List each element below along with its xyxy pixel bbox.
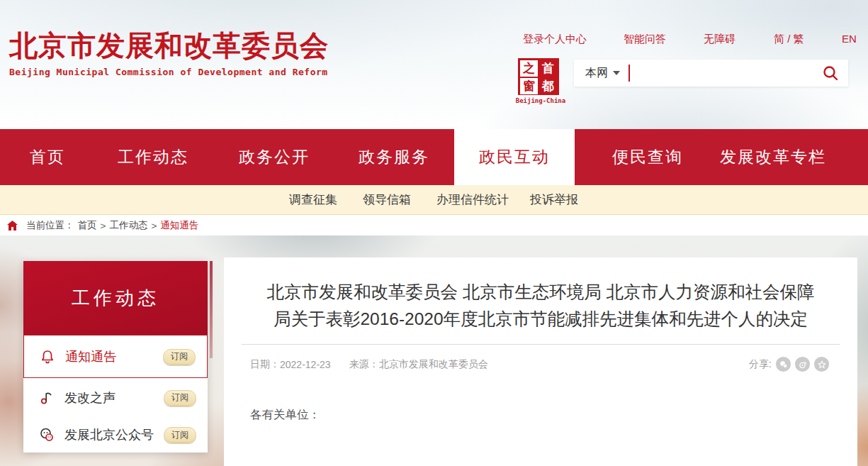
share-wechat-icon[interactable]: [776, 357, 791, 372]
login-personal-center-link[interactable]: 登录个人中心: [523, 33, 587, 46]
article-source: 北京市发展和改革委员会: [379, 358, 488, 371]
nav-item-gov-disclosure[interactable]: 政务公开: [239, 129, 310, 185]
seal-char: 之: [520, 60, 538, 77]
site-header: 北京市发展和改革委员会 Beijing Municipal Commission…: [0, 0, 868, 129]
subnav-item-complaints[interactable]: 投诉举报: [530, 185, 578, 215]
seal-char: 都: [539, 78, 557, 94]
breadcrumb-current-notices[interactable]: 通知通告: [160, 219, 198, 232]
share-weibo-icon[interactable]: [795, 357, 810, 372]
breadcrumb: 当前位置： 首页 > 工作动态 > 通知通告: [0, 216, 868, 235]
sidebar-item-label: 发改之声: [64, 389, 164, 406]
article-meta: 日期： 2022-12-23 来源： 北京市发展和改革委员会 分享:: [250, 357, 829, 372]
sidebar-item-label: 发展北京公众号: [64, 426, 164, 443]
bell-icon: [40, 349, 58, 365]
nav-item-development-reform-column[interactable]: 发展改革专栏: [720, 129, 826, 185]
site-logo[interactable]: 北京市发展和改革委员会 Beijing Municipal Commission…: [9, 28, 329, 77]
accessibility-link[interactable]: 无障碍: [704, 33, 735, 46]
nav-item-gov-services[interactable]: 政务服务: [359, 129, 429, 185]
share-star-icon[interactable]: [814, 357, 829, 372]
seal-char: 首: [539, 60, 557, 77]
nav-item-public-interaction-active[interactable]: 政民互动: [454, 129, 575, 185]
share-bar: 分享:: [749, 357, 829, 372]
nav-item-convenience-query[interactable]: 便民查询: [612, 129, 683, 185]
search-scope-select[interactable]: 本网: [585, 66, 620, 81]
wechat-icon: [39, 427, 57, 443]
subscribe-button[interactable]: 订阅: [164, 427, 196, 443]
search-bar: 本网: [574, 60, 848, 87]
smart-qa-link[interactable]: 智能问答: [624, 33, 666, 46]
breadcrumb-work-updates[interactable]: 工作动态: [109, 219, 147, 232]
main-nav: 首页 工作动态 政务公开 政务服务 政民互动 便民查询 发展改革专栏: [0, 129, 868, 185]
share-label: 分享:: [749, 358, 772, 371]
subscribe-button[interactable]: 订阅: [164, 390, 196, 406]
seal-caption: Beijing-China: [515, 97, 566, 104]
article-date: 2022-12-23: [280, 359, 331, 370]
site-title: 北京市发展和改革委员会: [9, 28, 329, 62]
title-divider: [242, 344, 840, 345]
simplified-traditional-toggle[interactable]: 简 / 繁: [774, 33, 804, 46]
background-accent: [210, 261, 213, 358]
article-body-opening: 各有关单位：: [250, 407, 831, 423]
sidebar-title: 工作动态: [23, 261, 208, 335]
search-icon[interactable]: [822, 65, 839, 82]
breadcrumb-label: 当前位置：: [26, 219, 74, 232]
site-subtitle-en: Beijing Municipal Commission of Developm…: [9, 67, 329, 77]
seal-grid-icon: 之 首 窗 都: [518, 58, 559, 95]
breadcrumb-home[interactable]: 首页: [78, 219, 97, 232]
nav-item-home[interactable]: 首页: [30, 129, 65, 185]
breadcrumb-separator: >: [151, 221, 157, 231]
sub-nav: 调查征集 领导信箱 办理信件统计 投诉举报: [0, 185, 868, 215]
page: 北京市发展和改革委员会 Beijing Municipal Commission…: [0, 0, 868, 466]
sidebar-list: 通知通告 订阅 发改之声 订阅: [23, 335, 208, 453]
sidebar-item-voice-of-ndrc[interactable]: 发改之声 订阅: [23, 378, 208, 417]
nav-item-work-updates[interactable]: 工作动态: [118, 129, 188, 185]
beijing-china-seal-logo[interactable]: 之 首 窗 都 Beijing-China: [515, 58, 566, 104]
seal-char: 窗: [520, 78, 538, 94]
date-label: 日期：: [250, 358, 280, 371]
search-input[interactable]: [630, 60, 822, 87]
sidebar-item-wechat-account[interactable]: 发展北京公众号 订阅: [23, 417, 208, 453]
subscribe-button[interactable]: 订阅: [163, 349, 196, 365]
chevron-down-icon: [613, 71, 620, 75]
subnav-item-surveys[interactable]: 调查征集: [289, 185, 337, 215]
sidebar-item-notices[interactable]: 通知通告 订阅: [23, 335, 208, 378]
breadcrumb-separator: >: [101, 221, 106, 231]
english-link[interactable]: EN: [842, 33, 857, 45]
music-note-icon: [39, 390, 57, 406]
home-icon[interactable]: [7, 221, 18, 231]
article-title: 北京市发展和改革委员会 北京市生态环境局 北京市人力资源和社会保障局关于表彰20…: [261, 279, 821, 333]
subnav-item-leader-mailbox[interactable]: 领导信箱: [363, 185, 411, 215]
subnav-item-letter-statistics[interactable]: 办理信件统计: [436, 185, 509, 215]
sidebar-item-label: 通知通告: [65, 348, 163, 365]
source-label: 来源：: [349, 358, 379, 371]
search-scope-label: 本网: [585, 66, 608, 81]
article-panel: 北京市发展和改革委员会 北京市生态环境局 北京市人力资源和社会保障局关于表彰20…: [224, 257, 857, 466]
sidebar: 工作动态 通知通告 订阅 发改之: [23, 261, 208, 453]
